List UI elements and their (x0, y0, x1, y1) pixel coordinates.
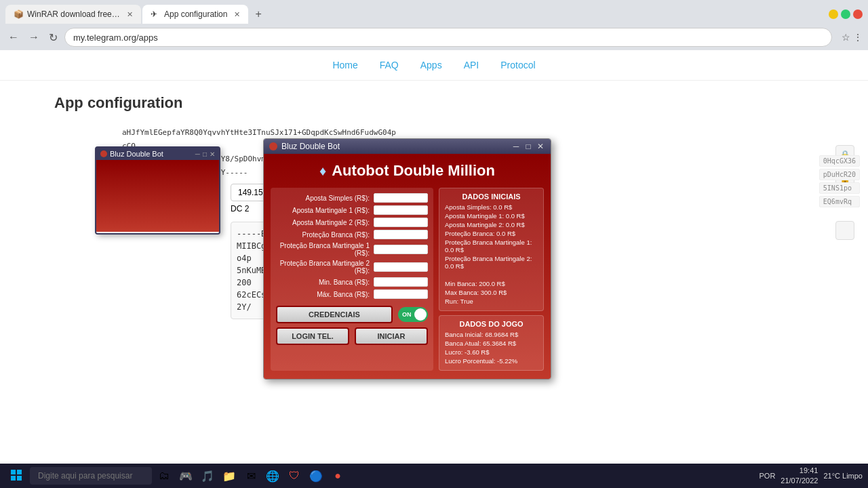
taskbar-icon-mail[interactable]: ✉ (241, 466, 260, 485)
maximize-button[interactable] (841, 9, 850, 19)
on-off-toggle[interactable]: ON (398, 307, 428, 322)
input-max-banca[interactable] (374, 289, 428, 299)
dados-iniciais-title: DADOS INICIAIS (445, 192, 538, 201)
bot-content: Aposta Simples (R$): Aposta Martingale 1… (271, 188, 544, 371)
bot-right-panel: DADOS INICIAIS Aposta Simples: 0.0 R$ Ap… (439, 188, 544, 371)
address-bar-icons: ☆ ⋮ (842, 32, 863, 43)
mini-bot-window[interactable]: Bluz Double Bot ─ □ ✕ (95, 146, 220, 235)
bookmark-icon[interactable]: ☆ (842, 32, 850, 43)
forward-button[interactable]: → (26, 30, 42, 45)
mini-close[interactable]: ✕ (210, 150, 215, 158)
input-protecao-mart1[interactable] (374, 245, 428, 254)
field-protecao-mart1: Proteção Branca Martingale 1 (R$): (276, 242, 428, 257)
svg-rect-2 (11, 476, 16, 481)
label-protecao: Proteção Branca (R$): (276, 231, 374, 239)
mini-minimize[interactable]: ─ (195, 150, 200, 158)
bg-sidebar-item-1: 0HqcGX36 (819, 155, 860, 167)
di-row-5: Proteção Branca Martingale 1: 0.0 R$ (445, 239, 538, 253)
input-min-banca[interactable] (374, 277, 428, 287)
bg-sidebar-item-3: 5INS1po (819, 182, 860, 194)
taskbar: 🗂 🎮 🎵 📁 ✉ 🌐 🛡 🔵 ● POR 19:41 21/07/2022 2… (0, 464, 868, 488)
nav-api[interactable]: API (464, 60, 479, 70)
tab-telegram[interactable]: ✈ App configuration ✕ (142, 5, 248, 24)
bot-close[interactable]: ✕ (536, 142, 545, 151)
di-row-10: Run: True (445, 298, 538, 305)
mini-bot-controls: ─ □ ✕ (195, 150, 215, 158)
tab-favicon-telegram: ✈ (151, 9, 160, 19)
di-row-8: Min Banca: 200.0 R$ (445, 280, 538, 287)
taskbar-icon-app-red[interactable]: ● (328, 466, 347, 485)
taskbar-language: POR (759, 472, 775, 480)
input-aposta-mart2[interactable] (374, 218, 428, 227)
dados-jogo-box: DADOS DO JOGO Banca Inicial: 68.9684 R$ … (439, 315, 544, 371)
mini-bot-body (96, 160, 219, 232)
dj-row-1: Banca Inicial: 68.9684 R$ (445, 331, 538, 338)
input-protecao[interactable] (374, 230, 428, 239)
nav-home[interactable]: Home (332, 60, 357, 70)
page-title: App configuration (54, 94, 814, 112)
login-tel-button[interactable]: LOGIN TEL. (276, 327, 349, 345)
minimize-button[interactable] (829, 9, 838, 19)
nav-faq[interactable]: FAQ (380, 60, 399, 70)
input-aposta-simples[interactable] (374, 193, 428, 203)
bg-sidebar-data: 0HqcGX36 pDuHcR20 5INS1po EQ6mvRq (819, 155, 860, 207)
taskbar-icon-apps2[interactable]: 🎵 (198, 466, 217, 485)
taskbar-icon-security[interactable]: 🛡 (285, 466, 304, 485)
address-bar[interactable]: my.telegram.org/apps (64, 28, 832, 47)
start-button[interactable] (5, 467, 27, 485)
label-protecao-mart2: Proteção Branca Martingale 2 (R$): (276, 260, 374, 274)
dj-row-3: Lucro: -3.60 R$ (445, 348, 538, 356)
dj-row-2: Banca Atual: 65.3684 R$ (445, 340, 538, 347)
taskbar-right: POR 19:41 21/07/2022 21°C Limpo (759, 466, 863, 487)
sidebar-btn-1[interactable] (835, 221, 854, 240)
close-button[interactable] (853, 9, 863, 19)
taskbar-icon-folder[interactable]: 📁 (220, 466, 239, 485)
bot-left-panel: Aposta Simples (R$): Aposta Martingale 1… (271, 188, 433, 371)
bot-header-title: Autobot Double Million (332, 162, 495, 180)
bot-maximize[interactable]: □ (524, 142, 533, 151)
taskbar-icon-apps1[interactable]: 🎮 (176, 466, 195, 485)
mini-maximize[interactable]: □ (203, 150, 207, 158)
bot-window-title: Bluz Double Bot (281, 142, 340, 151)
label-aposta-simples: Aposta Simples (R$): (276, 195, 374, 202)
nav-apps[interactable]: Apps (420, 60, 442, 70)
label-max-banca: Máx. Banca (R$): (276, 291, 374, 298)
bot-titlebar-favicon (269, 142, 277, 150)
window-controls (829, 9, 863, 19)
taskbar-icon-edge[interactable]: 🌐 (263, 466, 282, 485)
field-min-banca: Min. Banca (R$): (276, 277, 428, 287)
field-max-banca: Máx. Banca (R$): (276, 289, 428, 299)
label-aposta-mart2: Aposta Martingale 2 (R$): (276, 219, 374, 226)
taskbar-weather: 21°C Limpo (823, 472, 863, 480)
input-protecao-mart2[interactable] (374, 262, 428, 272)
settings-icon[interactable]: ⋮ (853, 32, 863, 43)
di-row-9: Max Banca: 300.0 R$ (445, 289, 538, 296)
tab-winrar[interactable]: 📦 WinRAR download free and sup... ✕ (5, 5, 141, 24)
field-aposta-mart1: Aposta Martingale 1 (R$): (276, 205, 428, 215)
btn-row-2: LOGIN TEL. INICIAR (276, 327, 428, 345)
toggle-knob (414, 308, 427, 321)
credenciais-button[interactable]: CREDENCIAIS (276, 306, 393, 323)
tab-bar: 📦 WinRAR download free and sup... ✕ ✈ Ap… (0, 0, 868, 24)
bot-minimize[interactable]: ─ (511, 142, 521, 151)
label-aposta-mart1: Aposta Martingale 1 (R$): (276, 207, 374, 214)
dados-jogo-title: DADOS DO JOGO (445, 320, 538, 328)
field-protecao-mart2: Proteção Branca Martingale 2 (R$): (276, 260, 428, 274)
bot-body: ♦ Autobot Double Million Aposta Simples … (264, 154, 551, 379)
svg-rect-0 (11, 470, 16, 474)
tab-close-winrar[interactable]: ✕ (127, 10, 133, 19)
bg-sidebar-item-4: EQ6mvRq (819, 196, 860, 207)
input-aposta-mart1[interactable] (374, 205, 428, 215)
refresh-button[interactable]: ↻ (46, 30, 60, 45)
nav-protocol[interactable]: Protocol (500, 60, 535, 70)
label-protecao-mart1: Proteção Branca Martingale 1 (R$): (276, 242, 374, 257)
taskbar-search[interactable] (30, 467, 152, 485)
tab-close-telegram[interactable]: ✕ (234, 10, 240, 19)
iniciar-button[interactable]: INICIAR (355, 327, 428, 345)
taskbar-icon-explorer[interactable]: 🗂 (155, 466, 174, 485)
new-tab-button[interactable]: + (250, 5, 267, 23)
back-button[interactable]: ← (5, 30, 22, 45)
label-min-banca: Min. Banca (R$): (276, 279, 374, 286)
taskbar-icon-chrome[interactable]: 🔵 (307, 466, 326, 485)
dados-iniciais-box: DADOS INICIAIS Aposta Simples: 0.0 R$ Ap… (439, 188, 544, 311)
